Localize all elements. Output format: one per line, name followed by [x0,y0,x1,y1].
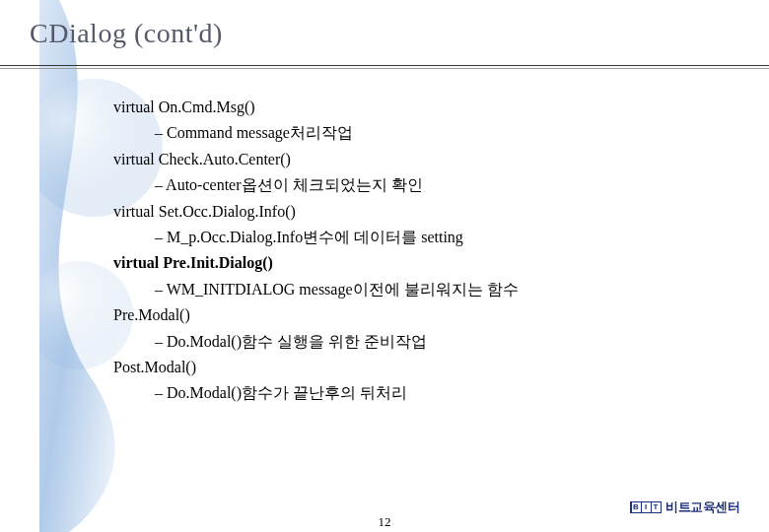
item-desc: – WM_INITDIALOG message이전에 불리워지는 함수 [113,277,730,302]
brand-logo-letter: I [642,502,651,512]
item-head: virtual On.Cmd.Msg() [113,95,730,120]
brand: B I T 비트교육센터 [630,499,739,516]
content-body: virtual On.Cmd.Msg()– Command message처리작… [0,55,769,407]
slide-title: CDialog (cont'd) [30,18,769,49]
item-head: virtual Set.Occ.Dialog.Info() [113,199,730,225]
brand-logo-letter: T [652,502,661,512]
item-desc: – Do.Modal()함수 실행을 위한 준비작업 [113,329,730,355]
item-head: virtual Check.Auto.Center() [113,147,730,172]
item-head: Post.Modal() [113,355,730,380]
item-head: virtual Pre.Init.Dialog() [113,250,730,276]
brand-text: 비트교육센터 [665,499,739,516]
page-number: 12 [0,514,769,530]
item-desc: – Auto-center옵션이 체크되었는지 확인 [113,172,730,198]
brand-logo-letter: B [632,502,641,512]
brand-logo: B I T [630,501,662,513]
item-desc: – M_p.Occ.Dialog.Info변수에 데이터를 setting [113,225,730,250]
item-desc: – Do.Modal()함수가 끝난후의 뒤처리 [113,380,730,406]
item-head: Pre.Modal() [113,302,730,328]
item-desc: – Command message처리작업 [113,120,730,146]
